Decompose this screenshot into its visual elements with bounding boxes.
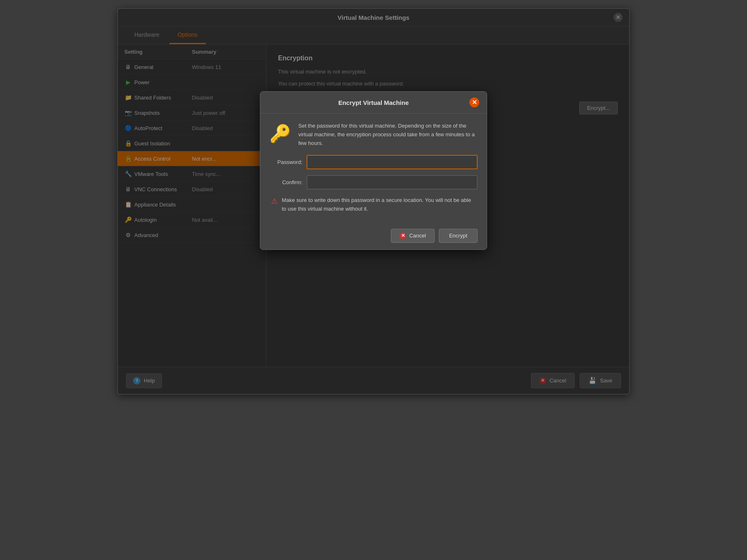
confirm-input[interactable] [307,175,478,190]
modal-overlay: Encrypt Virtual Machine ✕ 🔑 Set the pass… [118,9,629,394]
modal-title-bar: Encrypt Virtual Machine ✕ [260,92,487,114]
warning-text: Make sure to write down this password in… [282,196,476,213]
modal-footer: ✕ Cancel Encrypt [260,224,487,249]
modal-description: Set the password for this virtual machin… [298,122,478,147]
confirm-row: Confirm: [269,175,478,190]
warning-row: ⚠ Make sure to write down this password … [269,196,478,213]
password-label: Password: [269,159,302,165]
modal-close-button[interactable]: ✕ [469,97,479,107]
keys-icon: 🔑 [269,123,291,147]
modal-top-section: 🔑 Set the password for this virtual mach… [269,122,478,147]
password-row: Password: [269,155,478,169]
modal-cancel-button[interactable]: ✕ Cancel [391,229,434,243]
modal-encrypt-button[interactable]: Encrypt [439,229,478,243]
confirm-label: Confirm: [269,179,302,185]
password-input[interactable] [307,155,478,169]
modal-form: Password: Confirm: [269,155,478,190]
encrypt-modal: Encrypt Virtual Machine ✕ 🔑 Set the pass… [260,91,487,250]
warning-icon: ⚠ [271,197,278,206]
modal-body: 🔑 Set the password for this virtual mach… [260,114,487,224]
main-window: Virtual Machine Settings ✕ Hardware Opti… [117,8,630,394]
modal-title: Encrypt Virtual Machine [278,99,469,106]
modal-cancel-x-icon: ✕ [400,233,406,239]
